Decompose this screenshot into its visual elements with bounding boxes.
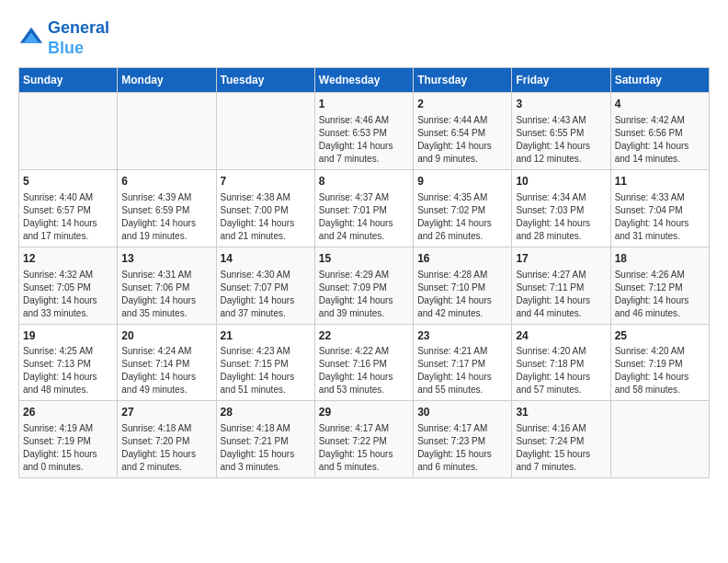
calendar-cell: 14Sunrise: 4:30 AM Sunset: 7:07 PM Dayli… xyxy=(216,247,314,324)
day-info: Sunrise: 4:17 AM Sunset: 7:23 PM Dayligh… xyxy=(417,422,507,474)
day-number: 25 xyxy=(615,328,705,344)
day-number: 16 xyxy=(417,251,507,267)
day-info: Sunrise: 4:40 AM Sunset: 6:57 PM Dayligh… xyxy=(23,191,113,243)
day-number: 27 xyxy=(121,405,211,420)
calendar-cell: 27Sunrise: 4:18 AM Sunset: 7:20 PM Dayli… xyxy=(118,401,216,478)
day-number: 11 xyxy=(615,174,705,190)
day-info: Sunrise: 4:20 AM Sunset: 7:19 PM Dayligh… xyxy=(615,345,705,396)
calendar-cell: 9Sunrise: 4:35 AM Sunset: 7:02 PM Daylig… xyxy=(414,169,512,247)
calendar-cell: 24Sunrise: 4:20 AM Sunset: 7:18 PM Dayli… xyxy=(512,324,610,401)
day-info: Sunrise: 4:29 AM Sunset: 7:09 PM Dayligh… xyxy=(319,269,409,320)
calendar-cell: 16Sunrise: 4:28 AM Sunset: 7:10 PM Dayli… xyxy=(414,247,512,324)
day-number: 12 xyxy=(23,251,113,267)
day-info: Sunrise: 4:22 AM Sunset: 7:16 PM Dayligh… xyxy=(319,345,409,396)
calendar-cell: 11Sunrise: 4:33 AM Sunset: 7:04 PM Dayli… xyxy=(610,169,709,247)
calendar-cell: 29Sunrise: 4:17 AM Sunset: 7:22 PM Dayli… xyxy=(314,401,413,478)
column-header-thursday: Thursday xyxy=(414,68,512,93)
day-info: Sunrise: 4:42 AM Sunset: 6:56 PM Dayligh… xyxy=(615,114,705,166)
day-info: Sunrise: 4:25 AM Sunset: 7:13 PM Dayligh… xyxy=(23,345,113,396)
calendar-cell: 5Sunrise: 4:40 AM Sunset: 6:57 PM Daylig… xyxy=(19,169,118,247)
day-info: Sunrise: 4:18 AM Sunset: 7:20 PM Dayligh… xyxy=(121,422,211,474)
day-info: Sunrise: 4:23 AM Sunset: 7:15 PM Dayligh… xyxy=(221,345,311,396)
calendar-cell: 25Sunrise: 4:20 AM Sunset: 7:19 PM Dayli… xyxy=(610,324,709,401)
day-number: 4 xyxy=(615,97,705,112)
calendar-week-5: 26Sunrise: 4:19 AM Sunset: 7:19 PM Dayli… xyxy=(19,401,710,478)
day-number: 24 xyxy=(516,328,606,344)
day-number: 3 xyxy=(516,97,606,112)
calendar-week-1: 1Sunrise: 4:46 AM Sunset: 6:53 PM Daylig… xyxy=(19,93,710,170)
calendar-cell: 8Sunrise: 4:37 AM Sunset: 7:01 PM Daylig… xyxy=(314,169,413,247)
calendar-cell: 18Sunrise: 4:26 AM Sunset: 7:12 PM Dayli… xyxy=(610,247,709,324)
calendar-cell xyxy=(610,401,709,478)
day-info: Sunrise: 4:46 AM Sunset: 6:53 PM Dayligh… xyxy=(319,114,409,166)
calendar-cell: 13Sunrise: 4:31 AM Sunset: 7:06 PM Dayli… xyxy=(118,247,216,324)
day-number: 18 xyxy=(615,251,705,267)
calendar-cell xyxy=(19,93,118,170)
day-number: 31 xyxy=(516,405,606,420)
day-number: 9 xyxy=(417,174,507,190)
calendar-cell: 7Sunrise: 4:38 AM Sunset: 7:00 PM Daylig… xyxy=(216,169,314,247)
day-info: Sunrise: 4:33 AM Sunset: 7:04 PM Dayligh… xyxy=(615,191,705,243)
calendar-cell xyxy=(216,93,314,170)
calendar-cell: 30Sunrise: 4:17 AM Sunset: 7:23 PM Dayli… xyxy=(414,401,512,478)
calendar-cell: 12Sunrise: 4:32 AM Sunset: 7:05 PM Dayli… xyxy=(19,247,118,324)
day-info: Sunrise: 4:43 AM Sunset: 6:55 PM Dayligh… xyxy=(516,114,606,166)
day-number: 28 xyxy=(221,405,311,420)
day-number: 26 xyxy=(23,405,113,420)
logo-text: GeneralBlue xyxy=(48,18,109,58)
calendar-header-row: SundayMondayTuesdayWednesdayThursdayFrid… xyxy=(19,68,710,93)
calendar-cell: 22Sunrise: 4:22 AM Sunset: 7:16 PM Dayli… xyxy=(314,324,413,401)
calendar-body: 1Sunrise: 4:46 AM Sunset: 6:53 PM Daylig… xyxy=(19,93,710,478)
day-number: 10 xyxy=(516,174,606,190)
calendar-week-2: 5Sunrise: 4:40 AM Sunset: 6:57 PM Daylig… xyxy=(19,169,710,247)
calendar-cell: 28Sunrise: 4:18 AM Sunset: 7:21 PM Dayli… xyxy=(216,401,314,478)
column-header-wednesday: Wednesday xyxy=(314,68,413,93)
day-info: Sunrise: 4:26 AM Sunset: 7:12 PM Dayligh… xyxy=(615,269,705,320)
calendar-cell: 21Sunrise: 4:23 AM Sunset: 7:15 PM Dayli… xyxy=(216,324,314,401)
column-header-saturday: Saturday xyxy=(610,68,709,93)
day-number: 21 xyxy=(221,328,311,344)
calendar-cell: 4Sunrise: 4:42 AM Sunset: 6:56 PM Daylig… xyxy=(610,93,709,170)
day-info: Sunrise: 4:34 AM Sunset: 7:03 PM Dayligh… xyxy=(516,191,606,243)
day-number: 23 xyxy=(417,328,507,344)
calendar-cell: 15Sunrise: 4:29 AM Sunset: 7:09 PM Dayli… xyxy=(314,247,413,324)
calendar-cell: 2Sunrise: 4:44 AM Sunset: 6:54 PM Daylig… xyxy=(414,93,512,170)
calendar-cell: 10Sunrise: 4:34 AM Sunset: 7:03 PM Dayli… xyxy=(512,169,610,247)
day-info: Sunrise: 4:38 AM Sunset: 7:00 PM Dayligh… xyxy=(221,191,311,243)
day-number: 5 xyxy=(23,174,113,190)
day-info: Sunrise: 4:37 AM Sunset: 7:01 PM Dayligh… xyxy=(319,191,409,243)
day-number: 6 xyxy=(121,174,211,190)
day-info: Sunrise: 4:31 AM Sunset: 7:06 PM Dayligh… xyxy=(121,269,211,320)
day-number: 8 xyxy=(319,174,409,190)
day-number: 19 xyxy=(23,328,113,344)
calendar-cell: 6Sunrise: 4:39 AM Sunset: 6:59 PM Daylig… xyxy=(118,169,216,247)
day-number: 20 xyxy=(121,328,211,344)
calendar-week-4: 19Sunrise: 4:25 AM Sunset: 7:13 PM Dayli… xyxy=(19,324,710,401)
calendar-cell: 1Sunrise: 4:46 AM Sunset: 6:53 PM Daylig… xyxy=(314,93,413,170)
calendar-table: SundayMondayTuesdayWednesdayThursdayFrid… xyxy=(18,67,710,478)
day-number: 30 xyxy=(417,405,507,420)
day-number: 2 xyxy=(417,97,507,112)
calendar-week-3: 12Sunrise: 4:32 AM Sunset: 7:05 PM Dayli… xyxy=(19,247,710,324)
day-info: Sunrise: 4:28 AM Sunset: 7:10 PM Dayligh… xyxy=(417,269,507,320)
day-info: Sunrise: 4:16 AM Sunset: 7:24 PM Dayligh… xyxy=(516,422,606,474)
day-number: 7 xyxy=(221,174,311,190)
day-number: 13 xyxy=(121,251,211,267)
day-number: 14 xyxy=(221,251,311,267)
calendar-cell: 31Sunrise: 4:16 AM Sunset: 7:24 PM Dayli… xyxy=(512,401,610,478)
day-number: 1 xyxy=(319,97,409,112)
day-info: Sunrise: 4:21 AM Sunset: 7:17 PM Dayligh… xyxy=(417,345,507,396)
column-header-sunday: Sunday xyxy=(19,68,118,93)
day-info: Sunrise: 4:18 AM Sunset: 7:21 PM Dayligh… xyxy=(221,422,311,474)
calendar-cell: 19Sunrise: 4:25 AM Sunset: 7:13 PM Dayli… xyxy=(19,324,118,401)
calendar-cell: 3Sunrise: 4:43 AM Sunset: 6:55 PM Daylig… xyxy=(512,93,610,170)
day-number: 22 xyxy=(319,328,409,344)
calendar-cell: 20Sunrise: 4:24 AM Sunset: 7:14 PM Dayli… xyxy=(118,324,216,401)
calendar-cell: 17Sunrise: 4:27 AM Sunset: 7:11 PM Dayli… xyxy=(512,247,610,324)
day-info: Sunrise: 4:39 AM Sunset: 6:59 PM Dayligh… xyxy=(121,191,211,243)
day-info: Sunrise: 4:32 AM Sunset: 7:05 PM Dayligh… xyxy=(23,269,113,320)
day-info: Sunrise: 4:27 AM Sunset: 7:11 PM Dayligh… xyxy=(516,269,606,320)
column-header-monday: Monday xyxy=(118,68,216,93)
day-info: Sunrise: 4:30 AM Sunset: 7:07 PM Dayligh… xyxy=(221,269,311,320)
logo-icon xyxy=(18,26,44,52)
